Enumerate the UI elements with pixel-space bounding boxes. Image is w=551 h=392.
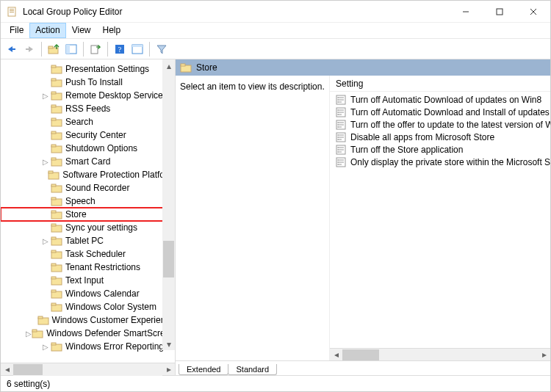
menu-file[interactable]: File (4, 23, 29, 38)
tree-item[interactable]: Shutdown Options (1, 142, 175, 155)
tree-item[interactable]: Sync your settings (1, 221, 175, 234)
setting-icon (336, 145, 346, 155)
menu-help[interactable]: Help (97, 23, 127, 38)
tree-item[interactable]: ▷Tablet PC (1, 234, 175, 247)
svg-rect-55 (51, 290, 56, 292)
tree-item[interactable]: Security Center (1, 128, 175, 142)
tree-item[interactable]: Windows Customer Experience (1, 313, 175, 327)
svg-rect-14 (66, 45, 70, 54)
svg-point-99 (337, 149, 339, 150)
tree-item[interactable]: ▷Windows Defender SmartScreen (1, 327, 175, 340)
tree-item-label: Search (65, 117, 93, 127)
svg-rect-39 (51, 184, 56, 186)
folder-icon (51, 222, 62, 233)
setting-label: Disable all apps from Microsoft Store (350, 132, 494, 142)
tree-item[interactable]: Windows Color System (1, 300, 175, 313)
tree-item[interactable]: RSS Feeds (1, 102, 175, 115)
setting-row[interactable]: Turn off Automatic Download of updates o… (330, 93, 550, 106)
setting-row[interactable]: Turn off the offer to update to the late… (330, 118, 550, 131)
svg-rect-5 (497, 9, 503, 15)
tab-standard[interactable]: Standard (228, 364, 277, 375)
svg-point-77 (337, 109, 339, 111)
setting-row[interactable]: Only display the private store within th… (330, 156, 550, 168)
description-column: Select an item to view its description. (176, 76, 330, 360)
folder-icon (51, 183, 62, 193)
setting-row[interactable]: Turn off Automatic Download and Install … (330, 106, 550, 118)
setting-row[interactable]: Disable all apps from Microsoft Store (330, 131, 550, 143)
window-controls (449, 1, 550, 23)
settings-horizontal-scrollbar[interactable]: ◂ ▸ (330, 348, 550, 360)
scroll-right-arrow[interactable]: ▸ (538, 349, 550, 361)
tree-item[interactable]: Speech (1, 195, 175, 208)
tree-item[interactable]: ▷Remote Desktop Services (1, 89, 175, 102)
scroll-track-h2[interactable] (342, 349, 538, 361)
expand-icon[interactable]: ▷ (40, 158, 51, 166)
show-hide-tree-button[interactable] (63, 41, 79, 57)
maximize-button[interactable] (483, 1, 516, 23)
expand-icon[interactable]: ▷ (40, 237, 51, 245)
tree-item[interactable]: Software Protection Platform (1, 168, 175, 181)
back-button[interactable] (4, 41, 20, 57)
tree-horizontal-scrollbar[interactable]: ◂ ▸ (1, 363, 175, 375)
export-button[interactable] (87, 41, 104, 57)
folder-icon (51, 117, 62, 127)
menu-action[interactable]: Action (29, 23, 65, 38)
svg-rect-27 (51, 105, 56, 107)
scroll-up-arrow[interactable]: ▴ (162, 59, 175, 72)
tree-item[interactable]: Tenant Restrictions (1, 261, 175, 274)
properties-button[interactable] (129, 41, 145, 57)
menu-view[interactable]: View (66, 23, 97, 38)
settings-list[interactable]: Turn off Automatic Download of updates o… (330, 92, 550, 348)
scroll-track-h[interactable] (13, 363, 162, 376)
statusbar: 6 setting(s) (1, 375, 550, 391)
help-button[interactable]: ? (112, 41, 128, 57)
scroll-thumb[interactable] (163, 241, 174, 277)
settings-column-header[interactable]: Setting (330, 76, 550, 92)
tree-item[interactable]: ▷Windows Error Reporting (1, 340, 175, 353)
svg-point-100 (337, 151, 339, 153)
tree-item[interactable]: Task Scheduler (1, 247, 175, 261)
close-button[interactable] (516, 1, 550, 23)
tree[interactable]: Presentation SettingsPush To Install▷Rem… (1, 59, 175, 363)
tree-item[interactable]: Search (1, 115, 175, 128)
folder-icon (180, 62, 192, 73)
setting-row[interactable]: Turn off the Store application (330, 143, 550, 156)
scroll-thumb-h[interactable] (13, 364, 43, 375)
tree-item[interactable]: Windows Calendar (1, 287, 175, 300)
menubar: File Action View Help (1, 23, 550, 39)
svg-point-70 (337, 97, 339, 98)
scroll-thumb-h2[interactable] (342, 349, 379, 360)
svg-point-107 (337, 164, 339, 165)
tab-extended[interactable]: Extended (179, 364, 228, 375)
expand-icon[interactable]: ▷ (26, 330, 32, 338)
minimize-button[interactable] (449, 1, 483, 23)
setting-icon (336, 120, 346, 130)
folder-icon (51, 130, 62, 140)
tree-vertical-scrollbar[interactable]: ▴ ▾ (162, 59, 175, 350)
forward-button[interactable] (21, 41, 37, 57)
tree-item[interactable]: Sound Recorder (1, 181, 175, 195)
toolbar-sep (41, 42, 42, 57)
expand-icon[interactable]: ▷ (40, 343, 51, 351)
setting-icon (336, 157, 346, 167)
scroll-left-arrow[interactable]: ◂ (1, 363, 13, 376)
svg-point-78 (337, 112, 339, 113)
folder-icon (51, 275, 62, 286)
svg-rect-37 (48, 171, 53, 173)
scroll-left-arrow[interactable]: ◂ (330, 349, 342, 361)
tree-item[interactable]: Presentation Settings (1, 62, 175, 76)
filter-button[interactable] (154, 41, 170, 57)
tree-item[interactable]: ▷Smart Card (1, 155, 175, 168)
tree-item-label: Windows Calendar (65, 288, 140, 299)
scroll-track[interactable] (162, 72, 175, 338)
scroll-right-arrow[interactable]: ▸ (162, 363, 175, 376)
tree-item-label: Windows Error Reporting (65, 341, 164, 352)
tree-item[interactable]: Store (1, 208, 175, 221)
tree-item-label: Windows Customer Experience (52, 315, 175, 325)
folder-icon (51, 104, 62, 114)
tree-item[interactable]: Text Input (1, 274, 175, 287)
up-one-level-button[interactable] (46, 41, 62, 57)
expand-icon[interactable]: ▷ (40, 92, 51, 100)
scroll-down-arrow[interactable]: ▾ (162, 338, 175, 350)
tree-item[interactable]: Push To Install (1, 76, 175, 89)
